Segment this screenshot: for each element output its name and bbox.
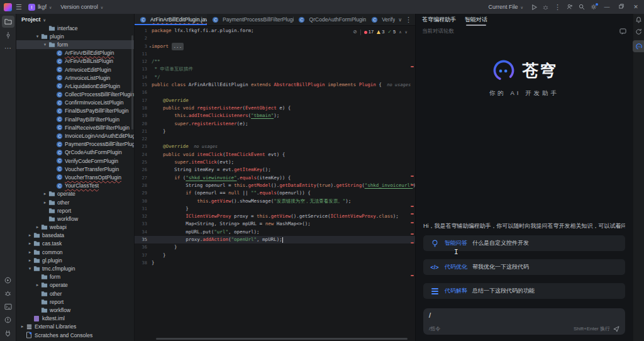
tree-item-other[interactable]: other: [16, 289, 134, 298]
code-line[interactable]: 27 if ("shkd_viewinvoice".equals(itemKey…: [135, 174, 415, 182]
tree-chevron-icon[interactable]: ▾: [42, 42, 48, 47]
tree-chevron-icon[interactable]: ▸: [35, 225, 40, 230]
slash-command-hint[interactable]: /指令: [429, 325, 440, 332]
code-line[interactable]: 36 }: [135, 243, 415, 251]
run-tool-icon[interactable]: [2, 274, 14, 286]
error-stripe-mark[interactable]: [411, 213, 414, 215]
error-stripe-mark[interactable]: [411, 233, 414, 235]
more-actions-icon[interactable]: ⋮: [554, 4, 561, 11]
project-selector[interactable]: l lkgf ∨: [26, 3, 54, 11]
minimize-button[interactable]: —: [602, 4, 611, 10]
tree-item-arliquidationeditplugin[interactable]: CArLiquidationEditPlugin: [16, 82, 134, 90]
tree-item-arfinarbilllistplugin[interactable]: CArFinArBillListPlugin: [16, 57, 134, 65]
tree-item-operate[interactable]: ▸operate: [16, 190, 134, 198]
tree-chevron-icon[interactable]: ▸: [27, 250, 33, 255]
send-icon[interactable]: [613, 326, 619, 332]
services-tool-icon[interactable]: [2, 327, 14, 339]
code-line[interactable]: 16: [135, 89, 415, 96]
code-line[interactable]: 29 if (openurl == null || "".equals(open…: [135, 189, 415, 197]
new-chat-icon[interactable]: [619, 28, 626, 35]
horizontal-scrollbar[interactable]: [156, 338, 408, 340]
code-line[interactable]: 35 proxy.addAction("openUrl", mpURL);: [135, 236, 415, 243]
code-line[interactable]: 20 super.registerListener(e);: [135, 120, 415, 128]
tree-item-finalpaybillfilterplugin[interactable]: CFinalPayBillFilterPlugin: [16, 115, 134, 123]
tree-item-kdtest-iml[interactable]: kdtest.iml: [16, 315, 134, 323]
tree-chevron-icon[interactable]: ▸: [27, 241, 33, 246]
code-line[interactable]: 14 */: [135, 74, 415, 81]
tree-item-qrcodeauthformplugin[interactable]: CQrCodeAuthFormPlugin: [16, 148, 134, 157]
tree-item-arinvoiceeditplugin[interactable]: CArInvoiceEditPlugin: [16, 65, 134, 74]
tree-item-verifycodeformplugin[interactable]: CVerifyCodeFormPlugin: [16, 157, 134, 165]
error-stripe-mark[interactable]: [411, 242, 414, 243]
tree-item-finalbuspaybillfilterplugin[interactable]: CFinalBusPayBillFilterPlugin: [16, 107, 134, 115]
more-tools-icon[interactable]: ⋯: [2, 42, 14, 54]
tree-item-form[interactable]: ▾form: [16, 40, 134, 48]
code-line[interactable]: 11: [135, 50, 415, 58]
code-line[interactable]: 26 String itemKey = evt.getItemKey();: [135, 166, 415, 174]
folded-imports-badge[interactable]: ...: [172, 43, 184, 50]
error-stripe-mark[interactable]: [411, 176, 414, 177]
gradle-sync-icon[interactable]: [635, 28, 642, 35]
tree-item-plugin[interactable]: ▾plugin: [16, 32, 134, 40]
ai-assistant-tool-icon[interactable]: [633, 40, 644, 52]
error-stripe-mark[interactable]: [411, 184, 414, 186]
ok-count[interactable]: ✓5: [387, 28, 396, 36]
run-config-selector[interactable]: Current File ∨: [486, 3, 526, 11]
code-line[interactable]: 31 }: [135, 205, 415, 213]
code-line[interactable]: 18 public void registerListener(EventObj…: [135, 104, 415, 112]
tree-item-finalreceivebillfilterplugin[interactable]: CFinalReceiveBillFilterPlugin: [16, 123, 134, 131]
chat-input-box[interactable]: / /指令 Shift+Enter 换行: [423, 308, 625, 335]
code-line[interactable]: 17 @Override: [135, 97, 415, 104]
editor-tab-paymentprocessbillfilterplugin-java[interactable]: CPaymentProcessBillFilterPlugin.java: [207, 14, 294, 25]
code-line[interactable]: 13 * 申请单互联插件: [135, 65, 415, 73]
close-button[interactable]: ✕: [631, 4, 640, 10]
tree-item-arfinarbilleditplugin[interactable]: CArFinArBillEditPlugin: [16, 49, 134, 57]
code-line[interactable]: 37 }: [135, 252, 415, 259]
project-tool-icon[interactable]: [2, 16, 14, 28]
tree-item-common[interactable]: ▸common: [16, 248, 134, 256]
suggestion-card-代码优化[interactable]: </>代码优化帮我优化一下这段代码: [423, 259, 625, 275]
tab-options-icon[interactable]: ⋮: [405, 16, 412, 23]
tree-item-collectprocessbillfilterplugin[interactable]: CCollectProcessBillFilterPlugin: [16, 91, 134, 99]
code-line[interactable]: 23 @Override no usages: [135, 143, 415, 150]
fold-chevron-icon[interactable]: ▸: [149, 43, 152, 50]
hamburger-menu-icon[interactable]: ☰: [16, 4, 22, 11]
tree-chevron-icon[interactable]: ▸: [27, 258, 33, 263]
chat-input-value[interactable]: /: [429, 311, 619, 319]
maximize-button[interactable]: [617, 4, 626, 10]
tree-item-operate[interactable]: ▸operate: [16, 281, 134, 289]
tree-item-vouchertransoptplugin[interactable]: CVoucherTransOptPlugin: [16, 173, 134, 181]
code-editor[interactable]: 1package lfx.lfkgf.fi.ar.plugin.form;23▸…: [135, 26, 415, 341]
suggestion-card-代码解释[interactable]: 代码解释总结一下这段代码的功能: [423, 283, 625, 299]
tree-item-scratches-and-consoles[interactable]: Scratches and Consoles: [16, 331, 134, 339]
code-line[interactable]: 25 super.itemClick(evt);: [135, 159, 415, 166]
prev-problem-icon[interactable]: ∧: [399, 28, 401, 36]
code-line[interactable]: 19 this.addItemClickListeners("tbmain");: [135, 112, 415, 120]
debug-tool-icon[interactable]: [2, 288, 14, 299]
tree-chevron-icon[interactable]: ▸: [35, 282, 40, 288]
tree-item-vouchertransferplugin[interactable]: CVoucherTransferPlugin: [16, 165, 134, 173]
problems-tool-icon[interactable]: [2, 314, 14, 326]
tree-chevron-icon[interactable]: ▸: [19, 324, 25, 329]
notifications-bell-icon[interactable]: [635, 16, 642, 23]
code-line[interactable]: 15public class ArFinArBillEditPlugin ext…: [135, 81, 415, 89]
tree-item-yourclasstest[interactable]: CYourClassTest: [16, 182, 134, 190]
code-line[interactable]: 30 this.getView().showMessage("发票链接为空，无法…: [135, 198, 415, 205]
tree-item-gl-plugin[interactable]: ▸gl.plugin: [16, 256, 134, 264]
version-control-menu[interactable]: Version control ∨: [58, 3, 106, 11]
tree-item-other[interactable]: ▸other: [16, 198, 134, 206]
commit-tool-icon[interactable]: [2, 29, 14, 41]
project-panel-title[interactable]: Project: [21, 16, 41, 23]
tree-item-confirminvoicelistplugin[interactable]: CConfirmInvoiceListPlugin: [16, 99, 134, 107]
code-line[interactable]: 22: [135, 135, 415, 143]
error-stripe-mark[interactable]: [411, 222, 414, 223]
tree-chevron-icon[interactable]: ▸: [27, 233, 33, 238]
tree-item-invoiceloginandautheditplugin[interactable]: CInvoiceLoginAndAuthEditPlugin: [16, 131, 134, 140]
editor-tab-arfinarbilleditplugin-java[interactable]: CArFinArBillEditPlugin.java✕: [135, 14, 207, 25]
tree-item-form[interactable]: form: [16, 273, 134, 281]
code-line[interactable]: 33 Map<String, String> mpURL = new HashM…: [135, 220, 415, 228]
tree-chevron-icon[interactable]: ▸: [42, 191, 48, 196]
tree-scrollbar[interactable]: [131, 35, 133, 130]
next-problem-icon[interactable]: ∨: [405, 28, 408, 36]
code-line[interactable]: 24 public void itemClick(ItemClickEvent …: [135, 151, 415, 159]
